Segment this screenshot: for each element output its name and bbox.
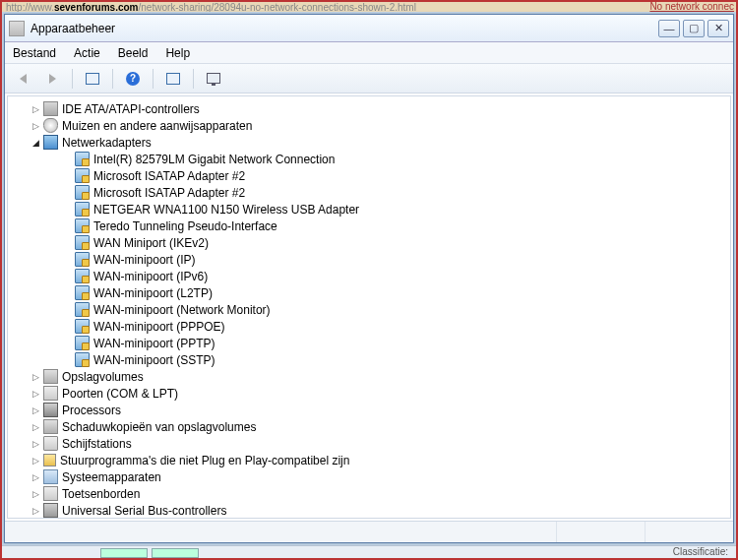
expand-icon[interactable]: ▷ <box>30 471 41 483</box>
help-button[interactable]: ? <box>121 68 145 90</box>
category-label: Stuurprogramma's die niet Plug en Play-c… <box>60 454 349 467</box>
device-item[interactable]: NETGEAR WNA1100 N150 Wireless USB Adapte… <box>8 201 730 218</box>
device-label: WAN-minipoort (L2TP) <box>93 286 213 300</box>
device-item[interactable]: Teredo Tunneling Pseudo-Interface <box>8 218 730 234</box>
device-item[interactable]: WAN-minipoort (SSTP) <box>8 351 730 368</box>
usb-icon <box>43 503 58 518</box>
menu-bestand[interactable]: Bestand <box>13 46 56 60</box>
device-label: Intel(R) 82579LM Gigabit Network Connect… <box>93 153 335 166</box>
category-label: Processors <box>62 404 121 417</box>
category-label: Schaduwkopieën van opslagvolumes <box>62 420 256 434</box>
category-label: Poorten (COM & LPT) <box>62 387 178 401</box>
category-shadow[interactable]: ▷Schaduwkopieën van opslagvolumes <box>8 418 730 435</box>
titlebar: Apparaatbeheer — ▢ ✕ <box>5 15 733 42</box>
category-processors[interactable]: ▷Processors <box>8 402 730 418</box>
category-label: IDE ATA/ATAPI-controllers <box>62 102 200 116</box>
device-item[interactable]: WAN Miniport (IKEv2) <box>8 234 730 251</box>
expand-icon[interactable]: ▷ <box>30 488 41 500</box>
category-system[interactable]: ▷Systeemapparaten <box>8 468 730 485</box>
expand-icon[interactable]: ▷ <box>30 388 41 400</box>
adapter-icon <box>75 152 90 166</box>
taskbar-thumb[interactable] <box>100 548 148 558</box>
category-label: Toetsenborden <box>62 487 140 501</box>
toolbar-separator <box>193 69 194 89</box>
device-tree[interactable]: ▷IDE ATA/ATAPI-controllers ▷Muizen en an… <box>7 95 731 519</box>
keyboard-icon <box>43 486 58 501</box>
system-icon <box>43 469 58 484</box>
device-item[interactable]: WAN-minipoort (PPTP) <box>8 335 730 351</box>
category-mice[interactable]: ▷Muizen en andere aanwijsapparaten <box>8 117 730 134</box>
taskbar-strip: Classificatie: <box>2 545 736 560</box>
device-label: WAN-minipoort (PPTP) <box>93 337 215 350</box>
adapter-icon <box>75 302 90 317</box>
expand-icon[interactable]: ▷ <box>30 438 41 450</box>
expand-icon[interactable]: ▷ <box>30 371 41 383</box>
device-item[interactable]: Microsoft ISATAP Adapter #2 <box>8 167 730 184</box>
view-icon <box>166 73 180 85</box>
browser-url: http://www.sevenforums.com/network-shari… <box>2 2 416 12</box>
category-ide[interactable]: ▷IDE ATA/ATAPI-controllers <box>8 100 730 117</box>
device-item[interactable]: WAN-minipoort (PPPOE) <box>8 318 730 335</box>
taskbar-thumb[interactable] <box>152 548 199 558</box>
storage-icon <box>43 369 58 384</box>
scan-button[interactable] <box>202 68 225 90</box>
menu-beeld[interactable]: Beeld <box>118 46 149 60</box>
menu-actie[interactable]: Actie <box>74 46 100 60</box>
shadow-icon <box>43 419 58 434</box>
driver-icon <box>43 454 56 467</box>
adapter-icon <box>75 336 90 350</box>
expand-icon[interactable]: ▷ <box>30 455 41 467</box>
category-ports[interactable]: ▷Poorten (COM & LPT) <box>8 385 730 402</box>
expand-icon[interactable]: ▷ <box>30 421 41 433</box>
device-item[interactable]: WAN-minipoort (IPv6) <box>8 268 730 284</box>
device-item[interactable]: WAN-minipoort (Network Monitor) <box>8 301 730 318</box>
properties-button[interactable] <box>81 68 104 90</box>
expand-icon[interactable]: ▷ <box>30 103 41 115</box>
arrow-left-icon <box>20 74 27 84</box>
category-storage[interactable]: ▷Opslagvolumes <box>8 368 730 385</box>
device-item[interactable]: WAN-minipoort (IP) <box>8 251 730 268</box>
adapter-icon <box>75 352 90 367</box>
close-button[interactable]: ✕ <box>707 20 729 37</box>
category-keyboards[interactable]: ▷Toetsenborden <box>8 485 730 502</box>
minimize-button[interactable]: — <box>658 20 680 37</box>
expand-icon[interactable]: ▷ <box>30 505 41 517</box>
device-label: Microsoft ISATAP Adapter #2 <box>93 169 245 183</box>
category-label: Muizen en andere aanwijsapparaten <box>62 119 252 133</box>
expand-icon[interactable]: ▷ <box>30 404 41 416</box>
device-label: NETGEAR WNA1100 N150 Wireless USB Adapte… <box>93 203 359 217</box>
category-label: Opslagvolumes <box>62 370 144 384</box>
toolbar-separator <box>153 69 154 89</box>
device-label: Teredo Tunneling Pseudo-Interface <box>93 219 277 233</box>
category-drivers[interactable]: ▷Stuurprogramma's die niet Plug en Play-… <box>8 452 730 468</box>
category-label: Netwerkadapters <box>62 136 152 150</box>
device-item[interactable]: WAN-minipoort (L2TP) <box>8 284 730 301</box>
related-link[interactable]: No network connec <box>649 2 734 12</box>
category-disks[interactable]: ▷Schijfstations <box>8 435 730 452</box>
maximize-button[interactable]: ▢ <box>683 20 705 37</box>
adapter-icon <box>75 252 90 267</box>
classification-label: Classificatie: <box>673 546 728 557</box>
view-button[interactable] <box>161 68 185 90</box>
category-label: Systeemapparaten <box>62 470 161 484</box>
arrow-right-icon <box>49 74 56 84</box>
category-network[interactable]: ◢Netwerkadapters <box>8 134 730 151</box>
forward-button[interactable] <box>40 68 64 90</box>
category-label: Schijfstations <box>62 437 132 451</box>
category-label: Universal Serial Bus-controllers <box>62 504 226 518</box>
device-label: WAN Miniport (IKEv2) <box>93 236 209 250</box>
back-button[interactable] <box>11 68 34 90</box>
expand-icon[interactable]: ▷ <box>30 120 41 132</box>
collapse-icon[interactable]: ◢ <box>30 137 41 149</box>
device-item[interactable]: Microsoft ISATAP Adapter #2 <box>8 184 730 201</box>
adapter-icon <box>75 202 90 217</box>
category-usb[interactable]: ▷Universal Serial Bus-controllers <box>8 502 730 519</box>
device-item[interactable]: Intel(R) 82579LM Gigabit Network Connect… <box>8 151 730 167</box>
help-icon: ? <box>126 72 140 86</box>
adapter-icon <box>75 218 90 233</box>
menu-help[interactable]: Help <box>165 46 190 60</box>
adapter-icon <box>75 285 90 300</box>
menubar: Bestand Actie Beeld Help <box>5 42 733 64</box>
mouse-icon <box>43 118 58 133</box>
properties-icon <box>86 73 99 85</box>
